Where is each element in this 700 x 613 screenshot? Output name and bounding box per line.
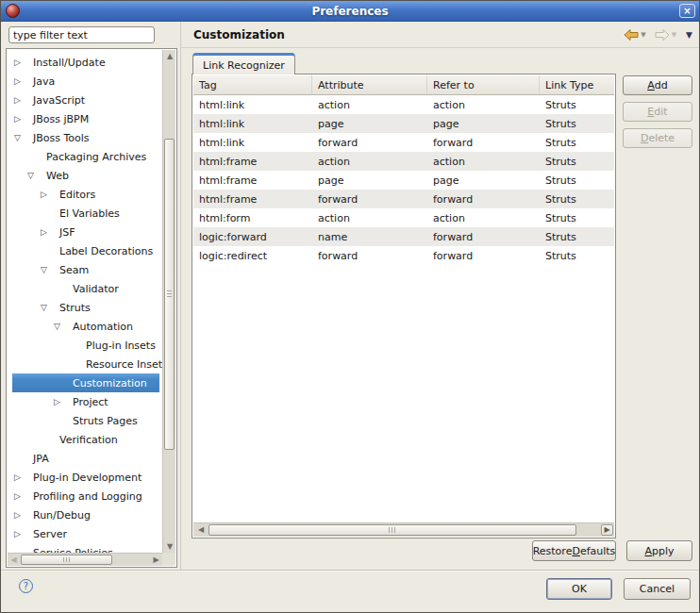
table-cell: Struts: [540, 227, 614, 246]
preference-tree: ▷Install/Update▷Java▷JavaScript▷JBoss jB…: [6, 48, 177, 568]
tree-item-resource-insets[interactable]: Resource Insets: [8, 355, 162, 373]
tree-item-jboss-tools[interactable]: ▽JBoss Tools: [8, 128, 162, 147]
tab-link-recognizer[interactable]: Link Recognizer: [192, 53, 295, 75]
table-horizontal-scrollbar[interactable]: ◀ ▶: [193, 522, 614, 537]
collapsed-expander-icon[interactable]: ▷: [14, 511, 30, 520]
ok-button[interactable]: OK: [546, 578, 612, 600]
tree-item-struts[interactable]: ▽Struts: [8, 298, 162, 317]
collapsed-expander-icon[interactable]: ▷: [54, 398, 70, 406]
collapsed-expander-icon[interactable]: ▷: [14, 96, 30, 105]
collapsed-expander-icon[interactable]: ▷: [41, 191, 57, 199]
ok-label: OK: [572, 583, 587, 595]
tree-item-label: El Variables: [57, 207, 123, 221]
expanded-expander-icon[interactable]: ▽: [54, 323, 70, 331]
collapsed-expander-icon[interactable]: ▷: [14, 492, 30, 501]
tree-item-install-update[interactable]: ▷Install/Update: [8, 53, 162, 72]
table-row[interactable]: html:linkpagepageStruts: [193, 114, 614, 133]
tree-item-project[interactable]: ▷Project: [8, 392, 162, 411]
tree-item-automation[interactable]: ▽Automation: [8, 317, 162, 336]
tree-item-java[interactable]: ▷Java: [8, 72, 162, 91]
tree-item-verification[interactable]: Verification: [8, 430, 162, 449]
tree-item-customization[interactable]: Customization: [8, 373, 162, 392]
table-row[interactable]: html:formactionactionStruts: [193, 208, 614, 227]
table-cell: Struts: [540, 95, 614, 114]
column-header-attribute[interactable]: Attribute: [312, 75, 427, 94]
back-arrow-icon[interactable]: [624, 28, 639, 41]
tree-item-validator[interactable]: Validator: [8, 279, 162, 298]
collapsed-expander-icon[interactable]: ▷: [14, 530, 30, 538]
tree-item-plug-in-insets[interactable]: Plug-in Insets: [8, 336, 162, 355]
tree-item-jboss-jbpm[interactable]: ▷JBoss jBPM: [8, 109, 162, 128]
tree-item-seam[interactable]: ▽Seam: [8, 260, 162, 279]
table-row[interactable]: html:frameactionactionStruts: [193, 152, 614, 171]
tree-item-el-variables[interactable]: El Variables: [8, 204, 162, 223]
scroll-right-icon[interactable]: ▶: [150, 554, 162, 567]
column-header-link-type[interactable]: Link Type: [540, 75, 614, 94]
tree-item-packaging-archives[interactable]: Packaging Archives: [8, 147, 162, 166]
scroll-left-icon[interactable]: ◀: [8, 554, 20, 567]
tree-item-editors[interactable]: ▷Editors: [8, 185, 162, 204]
edit-button[interactable]: Edit: [623, 102, 692, 122]
scroll-down-icon[interactable]: ▼: [163, 540, 176, 553]
expanded-expander-icon[interactable]: ▽: [14, 134, 30, 142]
scroll-up-icon[interactable]: ▲: [163, 50, 176, 62]
forward-history-chevron-icon[interactable]: ▼: [672, 32, 676, 39]
table-cell: html:frame: [193, 171, 312, 190]
column-header-tag[interactable]: Tag: [193, 75, 312, 94]
tree-item-profiling-and-logging[interactable]: ▷Profiling and Logging: [8, 487, 162, 505]
tree-item-label: JBoss Tools: [30, 131, 92, 145]
tree-item-label: JSF: [57, 225, 78, 240]
tree-item-label-decorations[interactable]: Label Decorations: [8, 241, 162, 260]
tree-item-run-debug[interactable]: ▷Run/Debug: [8, 505, 162, 524]
tree-horizontal-scrollbar[interactable]: ◀ ▶: [8, 553, 162, 566]
column-header-refer-to[interactable]: Refer to: [427, 75, 540, 94]
tree-item-plug-in-development[interactable]: ▷Plug-in Development: [8, 468, 162, 487]
tree-item-label: Struts: [57, 301, 93, 315]
collapsed-expander-icon[interactable]: ▷: [14, 473, 30, 482]
view-menu-icon[interactable]: ▼: [686, 31, 692, 40]
tree-item-label: Server: [30, 527, 70, 541]
tree-vertical-scrollbar[interactable]: ▲ ▼: [162, 50, 175, 553]
add-button[interactable]: Add: [623, 75, 692, 95]
table-hscroll-thumb[interactable]: [208, 524, 576, 536]
tree-item-service-policies[interactable]: Service Policies: [8, 543, 162, 553]
tree-item-struts-pages[interactable]: Struts Pages: [8, 411, 162, 430]
cancel-button[interactable]: Cancel: [624, 578, 691, 600]
scroll-left-icon[interactable]: ◀: [194, 523, 208, 536]
tree-item-javascript[interactable]: ▷JavaScript: [8, 91, 162, 109]
table-row[interactable]: html:frameforwardforwardStruts: [193, 190, 614, 208]
table-row[interactable]: html:framepagepageStruts: [193, 171, 614, 190]
expanded-expander-icon[interactable]: ▽: [41, 304, 57, 312]
filter-input[interactable]: [8, 26, 155, 43]
table-row[interactable]: logic:forwardnameforwardStruts: [193, 227, 614, 246]
titlebar[interactable]: Preferences ×: [1, 1, 699, 22]
table-cell: Struts: [540, 246, 614, 265]
back-history-chevron-icon[interactable]: ▼: [641, 32, 645, 39]
table-row[interactable]: html:linkforwardforwardStruts: [193, 133, 614, 152]
scroll-right-icon[interactable]: ▶: [601, 524, 613, 536]
tree-item-server[interactable]: ▷Server: [8, 524, 162, 543]
table-row[interactable]: html:linkactionactionStruts: [193, 95, 614, 114]
tree-hscroll-thumb[interactable]: [21, 555, 112, 565]
expanded-expander-icon[interactable]: ▽: [41, 266, 57, 274]
apply-button[interactable]: Apply: [626, 540, 692, 561]
tree-vscroll-thumb[interactable]: [164, 139, 175, 450]
table-cell: action: [427, 208, 540, 227]
help-icon[interactable]: ?: [19, 579, 33, 593]
delete-button[interactable]: Delete: [623, 128, 692, 148]
table-cell: forward: [427, 133, 540, 152]
collapsed-expander-icon[interactable]: ▷: [14, 77, 30, 86]
table-cell: forward: [427, 190, 540, 208]
collapsed-expander-icon[interactable]: ▷: [14, 115, 30, 124]
tree-item-web[interactable]: ▽Web: [8, 166, 162, 185]
tree-item-jsf[interactable]: ▷JSF: [8, 223, 162, 241]
collapsed-expander-icon[interactable]: ▷: [41, 228, 57, 237]
collapsed-expander-icon[interactable]: ▷: [14, 58, 30, 67]
restore-defaults-button[interactable]: Restore Defaults: [532, 540, 616, 561]
tree-item-label: Run/Debug: [30, 508, 93, 522]
close-icon[interactable]: ×: [679, 4, 695, 18]
expanded-expander-icon[interactable]: ▽: [27, 172, 43, 180]
tree-item-jpa[interactable]: JPA: [8, 449, 162, 468]
forward-arrow-icon[interactable]: [655, 28, 670, 41]
table-row[interactable]: logic:redirectforwardforwardStruts: [193, 246, 614, 265]
